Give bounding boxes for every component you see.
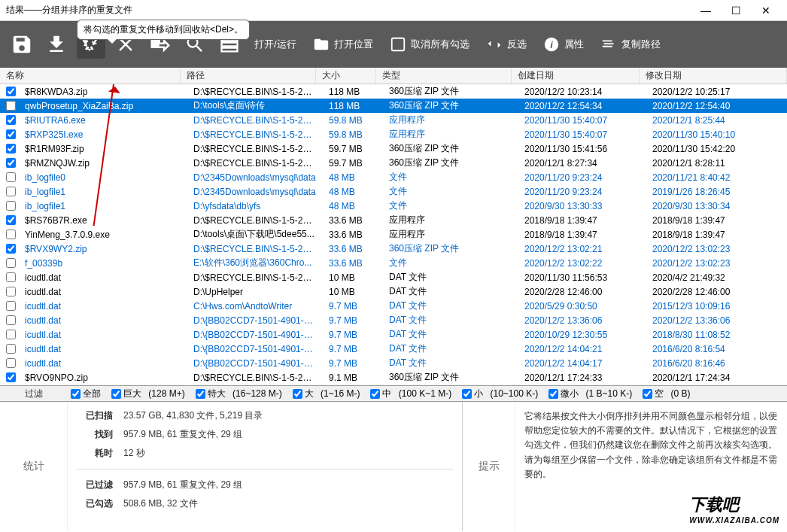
row-checkbox[interactable] [6, 172, 16, 182]
cell: icudtl.dat [19, 315, 187, 326]
table-row[interactable]: $RMZNQJW.zipD:\$RECYCLE.BIN\S-1-5-21-21.… [0, 156, 787, 170]
header-modified[interactable]: 修改日期 [640, 68, 787, 84]
row-checkbox[interactable] [6, 272, 16, 282]
table-row[interactable]: icudtl.datD:\{BB02CCD7-1501-4901-B5E...9… [0, 356, 787, 370]
tooltip: 将勾选的重复文件移动到回收站<Del>。 [77, 20, 250, 40]
table-row[interactable]: ib_logfile1D:\yfsdata\db\yfs48 MB文件2020/… [0, 199, 787, 213]
row-checkbox[interactable] [6, 287, 16, 296]
row-checkbox[interactable] [6, 230, 16, 239]
row-checkbox[interactable] [6, 129, 16, 139]
properties-button[interactable]: i属性 [537, 35, 588, 54]
open-location-button[interactable]: 打开位置 [307, 35, 378, 54]
row-checkbox[interactable] [6, 330, 16, 339]
cell: icudtl.dat [19, 344, 187, 354]
file-list[interactable]: $R8KWDA3.zipD:\$RECYCLE.BIN\S-1-5-21-21.… [0, 84, 787, 385]
cell: 2020/11/20 9:23:24 [518, 187, 646, 197]
maximize-button[interactable]: ☐ [721, 0, 751, 21]
header-type[interactable]: 类型 [376, 68, 512, 84]
cell: $R8KWDA3.zip [19, 87, 187, 97]
filter-empty[interactable]: 空 (0 B) [643, 388, 690, 400]
table-row[interactable]: icudtl.datD:\{BB02CCD7-1501-4901-B5E...9… [0, 313, 787, 327]
filter-small[interactable]: 小 (10~100 K-) [462, 388, 538, 400]
cell: 2020/11/30 11:56:53 [518, 272, 646, 283]
cell: D:\tools\桌面\待传 [187, 99, 323, 112]
close-button[interactable]: ✕ [751, 0, 781, 21]
row-checkbox[interactable] [6, 158, 16, 168]
row-checkbox[interactable] [6, 258, 16, 268]
uncheck-all-button[interactable]: 取消所有勾选 [384, 35, 474, 54]
cell: 应用程序 [383, 214, 518, 226]
cell: 2020/11/20 9:23:24 [518, 172, 646, 183]
table-row[interactable]: f_00339bE:\软件\360浏览器\360Chro...33.6 MB文件… [0, 256, 787, 270]
table-row[interactable]: $RS76B7R.exeD:\$RECYCLE.BIN\S-1-5-21-21.… [0, 213, 787, 227]
cell: 33.6 MB [323, 244, 383, 254]
table-row[interactable]: icudtl.datD:\{BB02CCD7-1501-4901-B5E...9… [0, 327, 787, 342]
table-row[interactable]: $R8KWDA3.zipD:\$RECYCLE.BIN\S-1-5-21-21.… [0, 84, 787, 99]
row-checkbox[interactable] [6, 101, 16, 111]
cell: 应用程序 [383, 114, 518, 126]
table-row[interactable]: $RVX9WY2.zipD:\$RECYCLE.BIN\S-1-5-21-21.… [0, 242, 787, 256]
cell: ib_logfile1 [19, 201, 187, 211]
cell: D:\{BB02CCD7-1501-4901-B5E... [187, 330, 323, 340]
cell: D:\$RECYCLE.BIN\S-1-5-21-21... [187, 129, 323, 140]
row-checkbox[interactable] [6, 115, 16, 125]
table-row[interactable]: $RXP325I.exeD:\$RECYCLE.BIN\S-1-5-21-21.… [0, 127, 787, 141]
watermark: 下载吧 WWW.XIAZAIBA.COM [689, 494, 779, 524]
filter-all[interactable]: 全部 [71, 388, 101, 400]
row-checkbox[interactable] [6, 144, 16, 154]
header-name[interactable]: 名称 [0, 68, 181, 84]
row-checkbox[interactable] [6, 344, 16, 354]
cell: DAT 文件 [383, 314, 518, 327]
cell: icudtl.dat [19, 272, 187, 283]
cell: 9.1 MB [323, 372, 383, 383]
cell: 2020/12/1 8:25:44 [646, 115, 787, 126]
filter-med[interactable]: 中 (100 K~1 M-) [370, 388, 451, 400]
row-checkbox[interactable] [6, 372, 16, 382]
cell: 360压缩 ZIP 文件 [383, 242, 518, 255]
stat-filtered-key: 已过滤 [77, 479, 113, 491]
cell: 9.7 MB [323, 301, 383, 312]
invert-button[interactable]: 反选 [480, 35, 531, 54]
download-icon[interactable] [42, 30, 71, 59]
cell: $RMZNQJW.zip [19, 158, 187, 169]
row-checkbox[interactable] [6, 87, 16, 96]
cell: 文件 [383, 199, 518, 212]
open-run-button[interactable]: 打开/运行 [250, 38, 301, 51]
row-checkbox[interactable] [6, 215, 16, 225]
table-row[interactable]: YinMeng_3.7.0.9.exeD:\tools\桌面\下载吧\5dee5… [0, 227, 787, 242]
cell: 2018/9/18 1:39:47 [646, 215, 787, 226]
table-row[interactable]: $R1RM93F.zipD:\$RECYCLE.BIN\S-1-5-21-21.… [0, 141, 787, 156]
filter-big[interactable]: 大 (1~16 M-) [293, 388, 360, 400]
column-headers: 名称 路径 大小 类型 创建日期 修改日期 [0, 68, 787, 84]
cell: DAT 文件 [383, 328, 518, 341]
save-icon[interactable] [8, 30, 36, 59]
cell: 118 MB [323, 87, 383, 97]
minimize-button[interactable]: — [691, 0, 721, 21]
copy-path-button[interactable]: 复制路径 [594, 35, 665, 54]
table-row[interactable]: icudtl.datD:\$RECYCLE.BIN\S-1-5-21-21...… [0, 270, 787, 284]
row-checkbox[interactable] [6, 187, 16, 196]
window-title: 结果——分组并排序的重复文件 [6, 4, 691, 17]
table-row[interactable]: icudtl.datD:\UpHelper10 MBDAT 文件2020/2/2… [0, 284, 787, 299]
table-row[interactable]: icudtl.datC:\Hws.com\AndtoWriter9.7 MBDA… [0, 299, 787, 313]
cell: D:\UpHelper [187, 287, 323, 297]
row-checkbox[interactable] [6, 301, 16, 311]
table-row[interactable]: ib_logfile1D:\2345Downloads\mysql\data48… [0, 184, 787, 199]
filter-large[interactable]: 特大 (16~128 M-) [196, 388, 282, 400]
table-row[interactable]: ib_logfile0D:\2345Downloads\mysql\data48… [0, 170, 787, 184]
row-checkbox[interactable] [6, 244, 16, 254]
table-row[interactable]: icudtl.datD:\{BB02CCD7-1501-4901-B5E...9… [0, 342, 787, 356]
row-checkbox[interactable] [6, 358, 16, 368]
header-path[interactable]: 路径 [181, 68, 316, 84]
info-icon: i [542, 35, 561, 54]
row-checkbox[interactable] [6, 315, 16, 325]
header-created[interactable]: 创建日期 [512, 68, 640, 84]
filter-label: 过滤 [8, 388, 60, 400]
filter-tiny[interactable]: 微小 (1 B~10 K-) [548, 388, 632, 400]
table-row[interactable]: $RVO9NPO.zipD:\$RECYCLE.BIN\S-1-5-21-21.… [0, 370, 787, 385]
row-checkbox[interactable] [6, 201, 16, 211]
header-size[interactable]: 大小 [316, 68, 376, 84]
table-row[interactable]: $RIUTRA6.exeD:\$RECYCLE.BIN\S-1-5-21-21.… [0, 113, 787, 127]
table-row[interactable]: qwbProsetup_XiaZaiBa.zipD:\tools\桌面\待传11… [0, 99, 787, 113]
filter-huge[interactable]: 巨大 (128 M+) [111, 388, 185, 400]
